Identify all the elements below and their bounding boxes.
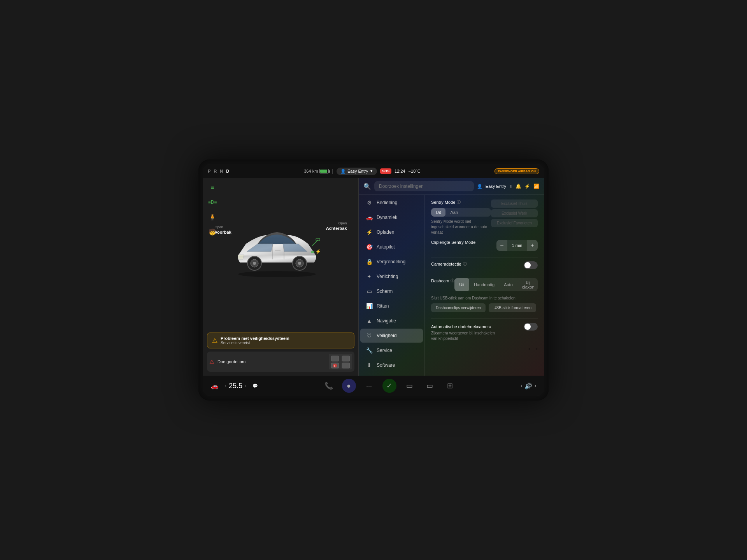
check-btn[interactable]: ✓ <box>382 379 396 393</box>
window-btn-1[interactable]: ▭ <box>403 379 417 393</box>
dynamiek-icon: 🚗 <box>366 214 373 220</box>
camera-btn[interactable]: ● <box>342 379 356 393</box>
camera-detection-label: Cameradetectie ⓘ <box>431 261 467 267</box>
separator-icon: | <box>332 168 333 174</box>
seat-svg: ! <box>330 354 351 369</box>
menu-item-verlichting[interactable]: ✦ Verlichting <box>360 270 423 284</box>
dashcam-info-icon[interactable]: ⓘ <box>451 278 454 284</box>
dashcam-auto-btn[interactable]: Auto <box>499 278 517 291</box>
menu-item-scherm[interactable]: ▭ Scherm <box>360 284 423 298</box>
dashcam-toggle: Uit Handmatig Auto Bij claxon <box>454 278 538 291</box>
download-icon: ⬇ <box>509 184 512 189</box>
camera-detection-row: Cameradetectie ⓘ <box>431 261 538 269</box>
camera-info-icon[interactable]: ⓘ <box>463 261 467 267</box>
exclusief-favorieten-btn[interactable]: Exclusief Favorieten <box>491 219 538 227</box>
signal-icon: 📶 <box>533 184 539 189</box>
gear-D: D <box>226 169 230 173</box>
camera-detection-toggle[interactable] <box>524 261 538 269</box>
divider-3 <box>431 318 538 319</box>
menu-item-service[interactable]: 🔧 Service <box>360 343 423 357</box>
menu-item-autopilot[interactable]: 🎯 Autopilot <box>360 240 423 254</box>
bell-icon[interactable]: 🔔 <box>516 184 521 189</box>
vol-prev-arrow[interactable]: ‹ <box>521 383 522 388</box>
seatbelt-warning: ⚠ Doe gordel om <box>209 359 326 365</box>
menu-item-wifi[interactable]: 📶 Wifi <box>360 373 423 376</box>
temp-value: 25.5 <box>229 382 242 390</box>
menu-item-bediening[interactable]: ⚙ Bediening <box>360 196 423 210</box>
seat-view: ⚠ Doe gordel om ! <box>207 352 354 372</box>
sentry-on-btn[interactable]: Aan <box>445 208 463 217</box>
screen: P R N D 364 km | 👤 Easy Entry ▼ SOS 12:2… <box>203 164 544 396</box>
airbag-badge: PASSENGER AIRBAG ON <box>494 168 539 174</box>
svg-rect-13 <box>316 238 320 241</box>
temp-control: ‹ 25.5 › <box>225 382 246 390</box>
easy-entry-badge[interactable]: 👤 Easy Entry ▼ <box>337 168 377 175</box>
menu-item-ritten[interactable]: 📊 Ritten <box>360 299 423 313</box>
dashcam-manual-btn[interactable]: Handmatig <box>469 278 499 291</box>
volume-icon[interactable]: 🔊 <box>524 382 532 390</box>
sentry-side-buttons: Exclusief Thuis Exclusief Werk Exclusief… <box>491 200 538 227</box>
dashcam-off-btn[interactable]: Uit <box>454 278 469 291</box>
car-svg: ⚡ <box>226 217 328 279</box>
apps-btn[interactable]: ··· <box>362 379 376 393</box>
svg-point-6 <box>298 262 301 265</box>
search-input[interactable] <box>374 181 474 191</box>
bluetooth-icon[interactable]: ⚡ <box>524 184 530 189</box>
auto-camera-toggle[interactable] <box>524 323 538 331</box>
left-panel: ≡ ≡D≡ 🧍 🧒 Open Voorbak Open Ac <box>203 178 359 376</box>
menu-item-opladen[interactable]: ⚡ Opladen <box>360 225 423 239</box>
clip-length-stepper: − 1 min + <box>496 240 538 251</box>
vol-next-arrow[interactable]: › <box>535 383 536 388</box>
dashcam-row: Dashcam ⓘ Uit Handmatig Auto Bij claxon <box>431 278 538 291</box>
sentry-off-btn[interactable]: Uit <box>431 208 445 217</box>
prnd-display: P R N D <box>208 169 230 173</box>
clip-increase-btn[interactable]: + <box>527 240 538 251</box>
delete-clips-btn[interactable]: Dashcamclips verwijderen <box>431 303 486 312</box>
top-right: PASSENGER AIRBAG ON <box>494 168 539 174</box>
service-icon: 🔧 <box>366 347 373 354</box>
time-display: 12:24 <box>395 169 405 173</box>
sentry-info-icon[interactable]: ⓘ <box>457 200 461 205</box>
screen-bezel: P R N D 364 km | 👤 Easy Entry ▼ SOS 12:2… <box>198 159 549 401</box>
voorbak-label: Open Voorbak <box>215 224 231 235</box>
sos-badge[interactable]: SOS <box>380 168 391 174</box>
verlichting-icon: ✦ <box>366 273 373 280</box>
clip-decrease-btn[interactable]: − <box>496 240 507 251</box>
temp-up-arrow[interactable]: › <box>245 383 246 388</box>
menu-item-software[interactable]: ⬇ Software <box>360 358 423 372</box>
menu-item-dynamiek[interactable]: 🚗 Dynamiek <box>360 210 423 224</box>
svg-rect-11 <box>275 250 281 251</box>
easy-entry-label: Easy Entry <box>486 184 506 189</box>
taskbar-right: ‹ 🔊 › <box>521 382 536 390</box>
phone-btn[interactable]: 📞 <box>322 379 336 393</box>
dashcam-claxon-btn[interactable]: Bij claxon <box>517 278 538 291</box>
menu-item-veiligheid[interactable]: 🛡 Veiligheid <box>360 329 423 343</box>
top-center: 364 km | 👤 Easy Entry ▼ SOS 12:24 −18°C <box>304 168 420 175</box>
menu-item-vergrendeling[interactable]: 🔒 Vergrendeling <box>360 255 423 269</box>
svg-point-3 <box>253 262 256 265</box>
taskbar: 🚗 ‹ 25.5 › 💬 📞 ● ··· ✓ ▭ ▭ ⊞ ‹ <box>203 376 544 396</box>
grid-btn[interactable]: ⊞ <box>443 379 457 393</box>
svg-text:⚡: ⚡ <box>315 248 321 254</box>
svg-point-0 <box>238 271 316 277</box>
exclusief-werk-btn[interactable]: Exclusief Werk <box>491 209 538 217</box>
main-content: ≡ ≡D≡ 🧍 🧒 Open Voorbak Open Ac <box>203 178 544 376</box>
temp-down-arrow[interactable]: ‹ <box>225 383 226 388</box>
chevron-down-icon: ▼ <box>370 169 373 173</box>
ritten-icon: 📊 <box>366 303 373 309</box>
next-arrow[interactable]: › <box>536 346 538 352</box>
settings-content: Sentry Mode ⓘ Uit Aan <box>425 195 544 376</box>
window-btn-2[interactable]: ▭ <box>423 379 437 393</box>
format-usb-btn[interactable]: USB-stick formatteren <box>489 303 536 312</box>
person-icon-small: 👤 <box>477 184 482 189</box>
exclusief-thuis-btn[interactable]: Exclusief Thuis <box>491 200 538 208</box>
seat-diagram: ! <box>329 354 352 369</box>
menu-item-navigatie[interactable]: ▲ Navigatie <box>360 314 423 328</box>
dashcam-section: Dashcam ⓘ Uit Handmatig Auto Bij claxon <box>431 278 538 312</box>
person-icon: 👤 <box>340 169 346 174</box>
seat-heat-icon: 💬 <box>253 383 258 388</box>
search-icon: 🔍 <box>363 183 371 190</box>
search-bar: 🔍 👤 Easy Entry ⬇ 🔔 ⚡ 📶 <box>359 178 544 195</box>
auto-camera-row: Automatische dodehoekcamera Zijcamera we… <box>431 323 538 341</box>
gear-P: P <box>208 169 211 173</box>
